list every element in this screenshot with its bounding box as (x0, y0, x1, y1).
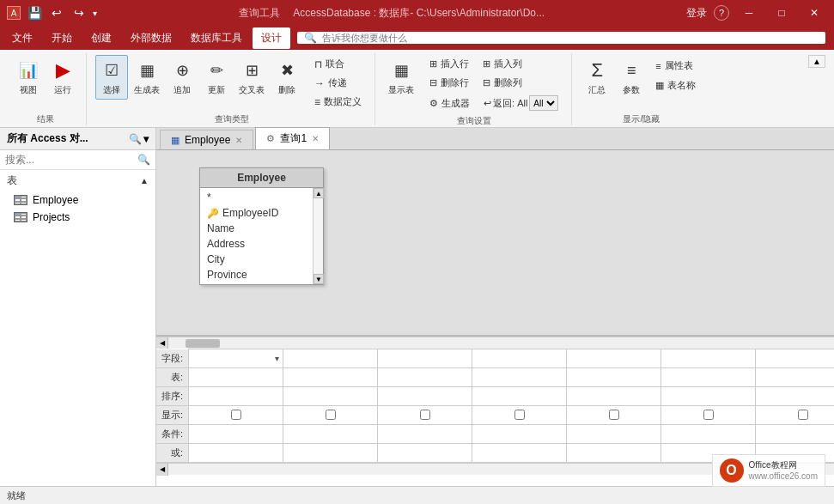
grid-cell-criteria-3[interactable] (378, 425, 472, 444)
insertrow-button[interactable]: ⊞ 插入行 (423, 55, 475, 73)
datadefinition-button[interactable]: ≡ 数据定义 (308, 93, 368, 111)
section-collapse-icon[interactable]: ▲ (140, 176, 149, 185)
grid-cell-field-1[interactable]: ▾ (189, 349, 283, 368)
passthrough-button[interactable]: → 传递 (308, 74, 368, 92)
union-button[interactable]: ⊓ 联合 (308, 55, 368, 73)
grid-cell-field-4[interactable] (472, 349, 567, 368)
maximize-button[interactable]: □ (769, 0, 794, 26)
grid-cell-field-3[interactable] (378, 349, 472, 368)
field-city[interactable]: City (200, 252, 311, 267)
designer-scrollbar-bottom[interactable]: ◀ ▶ (156, 337, 834, 349)
totals-button[interactable]: Σ 汇总 (581, 55, 613, 100)
panel-menu-toggle[interactable]: ▾ (143, 133, 149, 145)
view-button[interactable]: 📊 视图 (12, 55, 45, 100)
maketable-button[interactable]: ▦ 生成表 (130, 55, 164, 100)
builder-button[interactable]: ⚙ 生成器 (423, 94, 476, 112)
grid-cell-criteria-2[interactable] (283, 425, 378, 444)
deleterow-button[interactable]: ⊟ 删除行 (423, 74, 475, 92)
grid-cell-sort-4[interactable] (472, 387, 567, 406)
grid-cell-or-1[interactable] (189, 444, 283, 463)
grid-cell-sort-2[interactable] (283, 387, 378, 406)
grid-cell-criteria-1[interactable] (189, 425, 283, 444)
grid-cell-or-2[interactable] (283, 444, 378, 463)
employee-tab[interactable]: ▦ Employee ✕ (160, 130, 253, 149)
show-checkbox-6[interactable] (703, 410, 714, 420)
returnall-select[interactable]: All (529, 95, 558, 111)
login-label[interactable]: 登录 (686, 6, 707, 21)
ribbon-expand-button[interactable]: ▲ (808, 55, 825, 68)
nav-item-employee[interactable]: Employee (0, 191, 155, 209)
run-button[interactable]: ▶ 运行 (46, 55, 79, 100)
grid-cell-table-3[interactable] (378, 368, 472, 387)
menu-external[interactable]: 外部数据 (122, 27, 180, 49)
deletecol-button[interactable]: ⊟ 删除列 (477, 74, 528, 92)
undo-button[interactable]: ↩ (48, 4, 65, 21)
grid-cell-show-1[interactable] (189, 406, 283, 425)
select-button[interactable]: ☑ 选择 (95, 55, 128, 100)
scroll-up-btn[interactable]: ▲ (314, 188, 324, 198)
help-button[interactable]: ? (714, 5, 729, 21)
grid-cell-or-3[interactable] (378, 444, 472, 463)
grid-cell-criteria-6[interactable] (661, 425, 756, 444)
grid-cell-criteria-4[interactable] (472, 425, 567, 444)
redo-button[interactable]: ↪ (70, 4, 88, 21)
show-checkbox-3[interactable] (420, 410, 430, 420)
show-checkbox-4[interactable] (514, 410, 525, 420)
grid-cell-show-3[interactable] (378, 406, 472, 425)
minimize-button[interactable]: ─ (736, 0, 762, 26)
grid-cell-field-6[interactable] (661, 349, 756, 368)
delete-button[interactable]: ✖ 删除 (271, 55, 303, 100)
grid-cell-show-6[interactable] (661, 406, 756, 425)
menu-create[interactable]: 创建 (82, 27, 120, 49)
tablenames-button[interactable]: ▦ 表名称 (649, 76, 702, 94)
show-checkbox-1[interactable] (231, 410, 241, 420)
show-checkbox-7[interactable] (798, 410, 808, 420)
grid-cell-table-1[interactable] (189, 368, 283, 387)
crosstab-button[interactable]: ⊞ 交叉表 (234, 55, 269, 100)
field-name[interactable]: Name (200, 221, 311, 236)
menu-home[interactable]: 开始 (43, 27, 81, 49)
append-button[interactable]: ⊕ 追加 (166, 55, 198, 100)
grid-cell-table-7[interactable] (756, 368, 834, 387)
grid-cell-or-5[interactable] (567, 444, 661, 463)
update-button[interactable]: ✏ 更新 (200, 55, 233, 100)
params-button[interactable]: ≡ 参数 (615, 55, 648, 100)
insertcol-button[interactable]: ⊞ 插入列 (477, 55, 528, 73)
command-search[interactable] (322, 33, 819, 43)
grid-cell-show-4[interactable] (472, 406, 567, 425)
grid-cell-sort-1[interactable] (189, 387, 283, 406)
field-dropdown-1[interactable]: ▾ (275, 354, 279, 363)
grid-cell-field-7[interactable] (756, 349, 834, 368)
grid-cell-show-2[interactable] (283, 406, 378, 425)
grid-cell-field-2[interactable] (283, 349, 378, 368)
scroll-down-btn[interactable]: ▼ (314, 274, 324, 284)
field-address[interactable]: Address (200, 236, 311, 252)
show-checkbox-5[interactable] (609, 410, 619, 420)
menu-design[interactable]: 设计 (253, 27, 290, 49)
field-province[interactable]: Province (200, 267, 311, 282)
menu-dbtools[interactable]: 数据库工具 (182, 27, 251, 49)
grid-cell-sort-3[interactable] (378, 387, 472, 406)
grid-cell-field-5[interactable] (567, 349, 661, 368)
save-button[interactable]: 💾 (26, 4, 43, 21)
grid-cell-table-5[interactable] (567, 368, 661, 387)
grid-cell-sort-7[interactable] (756, 387, 834, 406)
propsheet-button[interactable]: ≡ 属性表 (649, 57, 702, 75)
employee-tab-close-icon[interactable]: ✕ (235, 136, 242, 145)
grid-cell-or-4[interactable] (472, 444, 567, 463)
field-employeeid[interactable]: 🔑 EmployeeID (200, 205, 311, 221)
query1-tab[interactable]: ⚙ 查询1 ✕ (255, 127, 330, 149)
grid-cell-table-2[interactable] (283, 368, 378, 387)
grid-cell-criteria-5[interactable] (567, 425, 661, 444)
panel-search-toggle[interactable]: 🔍 (129, 133, 142, 145)
grid-cell-show-5[interactable] (567, 406, 661, 425)
menu-file[interactable]: 文件 (3, 27, 41, 49)
grid-cell-sort-6[interactable] (661, 387, 756, 406)
grid-cell-table-6[interactable] (661, 368, 756, 387)
returnall-button[interactable]: ↩ 返回: All All (478, 93, 564, 113)
grid-cell-sort-5[interactable] (567, 387, 661, 406)
panel-search-input[interactable] (5, 154, 134, 166)
grid-cell-show-7[interactable] (756, 406, 834, 425)
field-all[interactable]: * (200, 190, 311, 205)
nav-item-projects[interactable]: Projects (0, 209, 155, 226)
